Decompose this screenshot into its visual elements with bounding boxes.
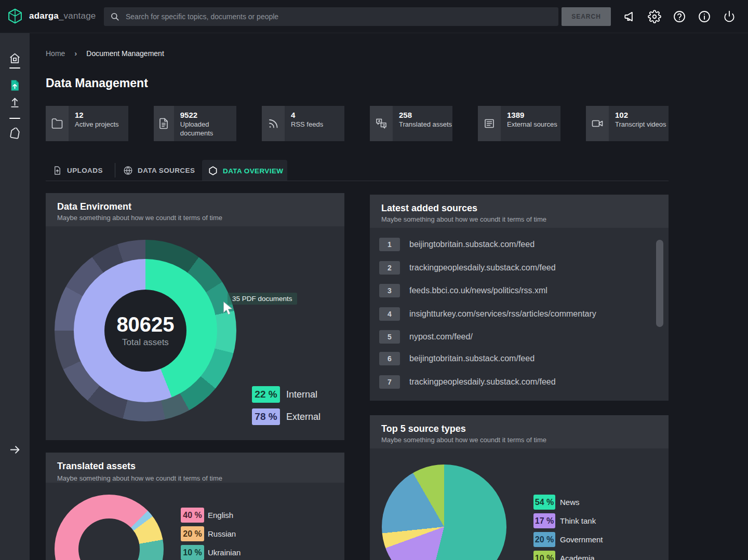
- source-rank-badge: 6: [379, 352, 400, 365]
- tab-uploads[interactable]: UPLOADS: [52, 166, 103, 175]
- source-rank-badge: 4: [379, 307, 400, 321]
- source-rank-badge: 5: [379, 330, 400, 344]
- folder-icon: [46, 106, 69, 141]
- file-upload-icon: [52, 166, 62, 175]
- stat-label: Uploaded documents: [180, 120, 236, 138]
- gear-icon[interactable]: [648, 10, 661, 23]
- tab-data-sources[interactable]: DATA SOURCES: [123, 166, 195, 175]
- legend-label-news: News: [560, 498, 580, 507]
- source-url: nypost.com/feed/: [409, 332, 473, 342]
- card-title: Data Enviroment: [57, 200, 333, 213]
- stat-value: 258: [399, 111, 452, 120]
- stat-value: 102: [615, 111, 666, 120]
- source-list-item[interactable]: 7 trackingpeoplesdaily.substack.com/feed: [379, 375, 556, 389]
- home-icon[interactable]: [8, 52, 21, 65]
- stat-card-external-sources: 1389External sources: [478, 106, 560, 141]
- source-rank-badge: 1: [379, 238, 400, 251]
- card-header: Top 5 source types Maybe something about…: [370, 415, 669, 448]
- legend-label-external: External: [286, 412, 320, 422]
- stat-card-rss-feeds: 4RSS feeds: [262, 106, 344, 141]
- sidebar-divider: [9, 118, 20, 119]
- legend-label-russian: Russian: [208, 529, 236, 538]
- legend-label-academia: Academia: [560, 554, 595, 560]
- legend-label-think-tank: Think tank: [560, 516, 596, 525]
- legend-chip-think-tank: 17 %: [533, 513, 555, 528]
- stat-card-uploaded-documents: 9522Uploaded documents: [154, 106, 236, 141]
- info-icon[interactable]: [698, 10, 711, 23]
- source-url: insightturkey.com/services/rss/articles/…: [409, 309, 596, 319]
- translate-icon: [370, 106, 393, 141]
- globe-icon: [123, 166, 133, 175]
- app-root: adarga_vantage SEARCH: [0, 0, 748, 560]
- card-title: Latest added sources: [381, 202, 657, 214]
- brand-title: adarga_vantage: [29, 11, 96, 21]
- stat-value: 1389: [507, 111, 557, 120]
- rss-icon: [262, 106, 285, 141]
- total-assets-label: Total assets: [122, 337, 169, 348]
- page-title: Data Management: [46, 76, 148, 90]
- card-subtitle: Maybe something about how we coundt it t…: [381, 214, 657, 225]
- source-url: beijingtobritain.substack.com/feed: [409, 240, 535, 249]
- source-list-item[interactable]: 5 nypost.com/feed/: [379, 330, 473, 344]
- card-subtitle: Maybe something about how we coundt it t…: [381, 435, 657, 445]
- source-list-item[interactable]: 6 beijingtobritain.substack.com/feed: [379, 352, 535, 365]
- stat-value: 12: [75, 111, 119, 120]
- search-button[interactable]: SEARCH: [562, 7, 611, 26]
- top-bar: adarga_vantage SEARCH: [0, 0, 748, 33]
- stat-value: 9522: [180, 111, 236, 120]
- legend-chip-internal: 22 %: [252, 386, 280, 403]
- document-upload-icon[interactable]: [8, 79, 21, 92]
- card-title: Top 5 source types: [381, 422, 657, 435]
- legend-chip-ukrainian: 10 %: [181, 545, 204, 560]
- legend-chip-russian: 20 %: [181, 526, 204, 541]
- breadcrumb: Home › Document Management: [46, 49, 164, 58]
- source-list-item[interactable]: 1 beijingtobritain.substack.com/feed: [379, 238, 535, 251]
- search-input[interactable]: [125, 12, 552, 21]
- total-assets-value: 80625: [116, 313, 174, 335]
- tab-separator: [115, 163, 115, 177]
- logo-cube-icon: [6, 7, 24, 25]
- search-icon: [110, 12, 119, 21]
- card-title: Translated assets: [57, 460, 333, 472]
- stat-card-transcript-videos: 102Transcript videos: [586, 106, 669, 141]
- legend-label-government: Government: [560, 535, 603, 544]
- breadcrumb-home[interactable]: Home: [46, 49, 65, 58]
- brand: adarga_vantage: [6, 7, 96, 25]
- chevron-right-icon: ›: [74, 49, 77, 58]
- source-rank-badge: 7: [379, 375, 400, 389]
- legend-chip-government: 20 %: [533, 532, 555, 547]
- stat-label: Transcript videos: [615, 120, 666, 129]
- video-icon: [586, 106, 609, 141]
- arrow-right-icon[interactable]: [8, 443, 21, 456]
- upload-icon[interactable]: [8, 96, 21, 109]
- megaphone-icon[interactable]: [623, 10, 636, 23]
- source-rank-badge: 3: [379, 284, 400, 297]
- tabs-divider-line: [46, 181, 669, 181]
- source-list-item[interactable]: 4 insightturkey.com/services/rss/article…: [379, 307, 596, 321]
- hexagon-icon: [208, 166, 218, 176]
- source-url: trackingpeoplesdaily.substack.com/feed: [409, 377, 556, 387]
- help-icon[interactable]: [673, 10, 686, 23]
- sidebar-divider: [9, 67, 20, 69]
- stat-label: RSS feeds: [291, 120, 323, 129]
- scrollbar-thumb[interactable]: [656, 240, 663, 327]
- document-icon: [154, 106, 174, 141]
- legend-chip-english: 40 %: [181, 508, 204, 523]
- newspaper-icon: [478, 106, 501, 141]
- tab-data-overview[interactable]: DATA OVERVIEW: [208, 166, 283, 176]
- power-icon[interactable]: [723, 10, 736, 23]
- tag-icon[interactable]: [8, 128, 21, 141]
- source-list-item[interactable]: 2 trackingpeoplesdaily.substack.com/feed: [379, 261, 556, 275]
- source-rank-badge: 2: [379, 261, 400, 275]
- source-list-item[interactable]: 3 feeds.bbci.co.uk/news/politics/rss.xml: [379, 284, 547, 297]
- stat-label: Active projects: [75, 120, 119, 129]
- stat-card-active-projects: 12Active projects: [46, 106, 128, 141]
- card-header: Data Enviroment Maybe something about ho…: [46, 193, 344, 226]
- card-subtitle: Maybe something about how we coundt it t…: [57, 213, 333, 223]
- breadcrumb-current: Document Management: [86, 49, 164, 58]
- legend-label-english: English: [208, 511, 233, 520]
- stat-value: 4: [291, 111, 323, 120]
- mouse-cursor-icon: [220, 300, 236, 316]
- search-bar: [104, 7, 558, 26]
- legend-chip-academia: 10 %: [533, 551, 555, 560]
